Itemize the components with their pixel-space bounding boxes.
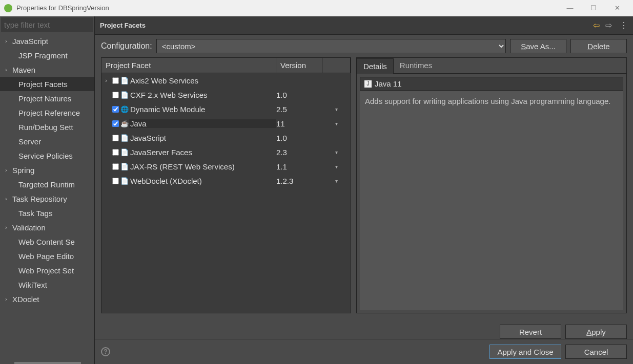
facet-row[interactable]: 📄CXF 2.x Web Services1.0 [101,88,351,102]
facet-checkbox-wrap [111,77,120,84]
maximize-button[interactable]: ☐ [582,0,605,16]
sidebar-item[interactable]: Targeted Runtim [0,177,94,191]
sidebar-tree: ›JavaScriptJSP Fragment›MavenProject Fac… [0,33,94,362]
version-dropdown-icon[interactable]: ▾ [322,106,351,112]
forward-icon[interactable]: ⇨ [602,20,615,30]
sidebar-item[interactable]: Project Natures [0,91,94,105]
facet-row[interactable]: 🌐Dynamic Web Module2.5▾ [101,102,351,116]
facet-version: 11 [276,119,322,128]
version-dropdown-icon[interactable]: ▾ [322,149,351,155]
sidebar-item[interactable]: ›Spring [0,163,94,177]
sidebar-item-label: Web Content Se [18,238,75,246]
facet-type-icon: ☕ [120,120,129,127]
facet-row[interactable]: ›📄Axis2 Web Services [101,73,351,88]
facet-checkbox[interactable] [112,135,119,141]
filter-input[interactable] [1,17,93,32]
facet-type-icon: 📄 [120,163,129,170]
facet-checkbox-wrap [111,149,120,156]
sidebar-item[interactable]: Web Project Set [0,263,94,277]
tab-details[interactable]: Details [357,58,394,74]
version-dropdown-icon[interactable]: ▾ [322,164,351,169]
col-version[interactable]: Version [276,58,322,73]
facet-name: Axis2 Web Services [129,76,276,85]
delete-button[interactable]: Delete [570,39,627,53]
facet-row[interactable]: 📄WebDoclet (XDoclet)1.2.3▾ [101,174,351,188]
facet-name: WebDoclet (XDoclet) [129,177,276,185]
sidebar-item-label: WikiText [18,281,47,289]
version-dropdown-icon[interactable]: ▾ [322,121,351,126]
sidebar-item[interactable]: JSP Fragment [0,48,94,62]
details-panel: Details Runtimes J Java 11 Adds support … [356,57,627,313]
help-icon[interactable]: ? [101,347,110,356]
window-title: Properties for DBSpringVersion [16,4,558,12]
sidebar-item[interactable]: Project Facets [0,77,94,91]
facet-name: CXF 2.x Web Services [129,91,276,99]
facet-row[interactable]: 📄JavaServer Faces2.3▾ [101,145,351,159]
sidebar-item[interactable]: ›XDoclet [0,292,94,306]
sidebar-item[interactable]: Project Reference [0,105,94,120]
facet-row[interactable]: ☕Java11▾ [101,116,351,131]
sidebar-item[interactable]: Web Page Edito [0,249,94,263]
facet-type-icon: 🌐 [120,105,129,113]
sidebar-item-label: Web Project Set [18,266,74,275]
facet-checkbox[interactable] [112,163,119,170]
sidebar-item-label: Service Policies [18,152,73,160]
facet-version: 2.3 [276,148,322,157]
facet-checkbox[interactable] [112,92,119,98]
version-dropdown-icon[interactable]: ▾ [322,178,351,184]
facet-checkbox[interactable] [112,106,119,113]
sidebar-item[interactable]: Run/Debug Sett [0,120,94,134]
facet-name: Dynamic Web Module [129,105,276,114]
sidebar-item[interactable]: Server [0,134,94,148]
main-panel: Project Facets ⇦ ⇨ ⋮ Configuration: <cus… [95,16,633,364]
facet-checkbox[interactable] [112,77,119,84]
sidebar-item[interactable]: ›Validation [0,220,94,234]
col-project-facet[interactable]: Project Facet [101,58,276,73]
configuration-row: Configuration: <custom> Save As... Delet… [95,35,633,57]
facet-row[interactable]: 📄JAX-RS (REST Web Services)1.1▾ [101,159,351,174]
facet-table: Project Facet Version ›📄Axis2 Web Servic… [101,57,351,313]
sidebar-item[interactable]: Task Tags [0,206,94,220]
facet-version: 1.1 [276,162,322,171]
button-row-top: Revert Apply [95,319,633,339]
close-button[interactable]: ✕ [605,0,629,16]
sidebar-item-label: Server [18,137,41,146]
facet-version: 1.2.3 [276,177,322,185]
tabs: Details Runtimes [357,58,626,74]
detail-title: Java 11 [375,79,402,88]
apply-and-close-button[interactable]: Apply and Close [489,345,561,359]
java-file-icon: J [364,80,372,88]
save-as-button[interactable]: Save As... [510,39,566,53]
revert-button[interactable]: Revert [500,325,561,339]
view-menu-icon[interactable]: ⋮ [620,20,628,30]
configuration-select[interactable]: <custom> [156,39,506,53]
expand-icon: › [5,38,11,44]
facet-row[interactable]: 📄JavaScript1.0 [101,131,351,145]
facet-checkbox-wrap [111,178,120,184]
facet-checkbox-wrap [111,163,120,170]
sidebar-item[interactable]: ›Maven [0,62,94,77]
facet-checkbox[interactable] [112,149,119,156]
scrollbar-horizontal[interactable] [14,362,81,364]
app-icon [4,4,12,12]
facet-checkbox[interactable] [112,120,119,127]
sidebar-item[interactable]: ›JavaScript [0,34,94,48]
apply-button[interactable]: Apply [565,325,627,339]
row-expand-icon[interactable]: › [101,77,111,83]
sidebar-item-label: XDoclet [12,295,39,304]
sidebar-item[interactable]: WikiText [0,277,94,292]
facet-name: JAX-RS (REST Web Services) [129,162,276,171]
sidebar-item-label: Project Natures [18,94,71,103]
back-icon[interactable]: ⇦ [590,20,602,30]
cancel-button[interactable]: Cancel [565,345,627,359]
sidebar-item[interactable]: Service Policies [0,148,94,163]
expand-icon: › [5,296,11,302]
sidebar-item[interactable]: ›Task Repository [0,191,94,206]
facet-checkbox[interactable] [112,178,119,184]
titlebar: Properties for DBSpringVersion ― ☐ ✕ [0,0,633,16]
minimize-button[interactable]: ― [558,0,582,16]
tab-runtimes[interactable]: Runtimes [394,58,438,73]
facet-version: 1.0 [276,134,322,142]
sidebar-item[interactable]: Web Content Se [0,234,94,249]
page-title: Project Facets [100,22,590,29]
